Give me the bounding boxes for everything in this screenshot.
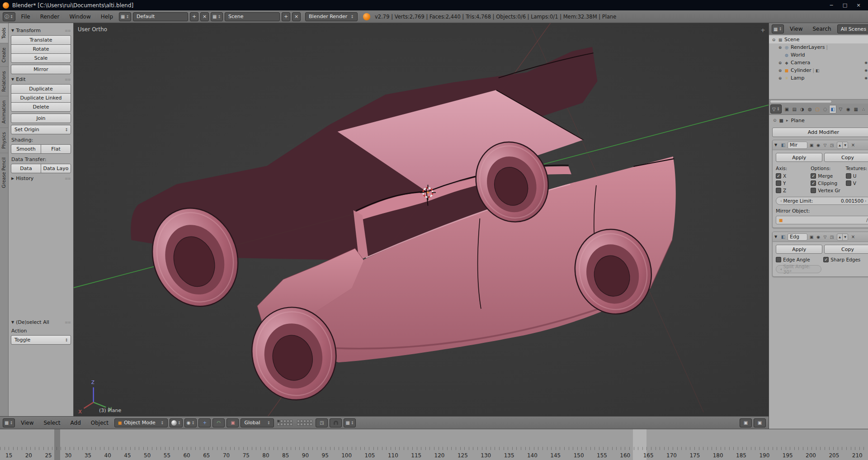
snap-element-select[interactable]: ▦ ↕ [344, 418, 356, 427]
layout-delete-button[interactable]: × [200, 12, 209, 21]
outliner-horizontal-scrollbar[interactable] [769, 99, 868, 104]
shelf-tab-grease-pencil[interactable]: Grease Pencil [0, 153, 8, 192]
menu-add[interactable]: Add [66, 420, 85, 426]
viewport-shading-select[interactable]: ↕ [170, 418, 183, 427]
move-modifier-down-button[interactable]: ▼ [842, 142, 848, 149]
visibility-eye-icon[interactable]: ◉ [864, 61, 868, 65]
apply-modifier-button[interactable]: Apply [776, 153, 822, 162]
region-expand-button[interactable]: + [760, 27, 765, 33]
tab-render[interactable]: ▣ [783, 105, 790, 114]
panel-transform-header[interactable]: ▼ Transform ≡≡ [11, 28, 71, 33]
layout-add-button[interactable]: + [190, 12, 198, 21]
menu-search[interactable]: Search [808, 26, 835, 32]
delete-button[interactable]: Delete [11, 102, 71, 112]
menu-window[interactable]: Window [65, 14, 94, 20]
viewport-visibility-toggle[interactable]: ◉ [816, 235, 821, 239]
edge-angle-checkbox[interactable] [776, 257, 781, 262]
maximize-button[interactable]: □ [838, 0, 852, 10]
pivot-point-select[interactable]: ◉ ↕ [184, 418, 197, 427]
outliner-row-world[interactable]: ◍ World [769, 51, 868, 59]
scene-add-button[interactable]: + [282, 12, 290, 21]
layer-grid-right[interactable] [297, 420, 312, 426]
copy-modifier-button[interactable]: Copy [824, 245, 868, 254]
modifier-name-field[interactable]: Mir [788, 142, 807, 149]
copy-modifier-button[interactable]: Copy [824, 153, 868, 162]
translate-button[interactable]: Translate [11, 35, 71, 45]
visibility-eye-icon[interactable]: ◉ [864, 68, 868, 72]
render-visibility-toggle[interactable]: ▣ [809, 143, 814, 147]
outliner-row-lamp[interactable]: ⊕ ☼ Lamp ◉ ▸ ▣ [769, 74, 868, 82]
panel-edit-header[interactable]: ▼ Edit ≡≡ [11, 76, 71, 82]
slider-left-arrow-icon[interactable]: ‹ [780, 199, 782, 203]
opengl-render-anim-button[interactable]: ▣ [754, 418, 766, 427]
panel-history-header[interactable]: ▶ History ≡≡ [11, 175, 71, 181]
lock-to-scene-toggle[interactable]: ◳ [316, 418, 328, 427]
mode-select[interactable]: ■ Object Mode ↕ [114, 418, 168, 427]
texture-v-checkbox[interactable] [846, 180, 851, 186]
set-origin-menu[interactable]: Set Origin ↕ [11, 125, 71, 134]
tab-scene[interactable]: ◑ [798, 105, 806, 114]
merge-limit-slider[interactable]: ‹ Merge Limit: 0.001500 › [776, 197, 868, 205]
scrollbar-thumb[interactable] [770, 100, 832, 103]
opengl-render-button[interactable]: ▣ [740, 418, 752, 427]
mirror-object-field[interactable]: ■ ∕ [776, 216, 868, 224]
delete-modifier-button[interactable]: × [850, 234, 856, 239]
tab-object[interactable]: ▢ [814, 105, 821, 114]
axis-x-checkbox[interactable]: ✓ [776, 173, 781, 179]
manipulator-translate-toggle[interactable]: + [198, 418, 211, 427]
render-visibility-toggle[interactable]: ▣ [809, 235, 814, 239]
shelf-tab-physics[interactable]: Physics [0, 128, 8, 153]
expand-toggle-icon[interactable]: ⊕ [778, 76, 783, 81]
slider-right-arrow-icon[interactable]: › [865, 199, 867, 203]
tab-material[interactable]: ◉ [844, 105, 852, 114]
outliner-scope-select[interactable]: All Scenes ↕ [837, 24, 868, 33]
add-modifier-button[interactable]: Add Modifier ↕ [772, 128, 868, 137]
modifier-edgesplit-header[interactable]: ▼ ◧ Edg ▣ ◉ ▽ ◳ ▲ ▼ × [773, 232, 868, 242]
duplicate-linked-button[interactable]: Duplicate Linked [11, 93, 71, 103]
shelf-tab-animation[interactable]: Animation [0, 96, 8, 128]
expand-toggle-icon[interactable]: ⊖ [771, 38, 776, 42]
split-angle-slider[interactable]: ‹ Split Angle: 30° [776, 265, 821, 273]
timeline-editor[interactable]: 15 20 25 30 35 40 45 50 55 60 65 70 [0, 429, 868, 460]
shade-smooth-button[interactable]: Smooth [11, 144, 41, 154]
shelf-tab-create[interactable]: Create [0, 43, 8, 66]
apply-modifier-button[interactable]: Apply [776, 245, 822, 254]
duplicate-button[interactable]: Duplicate [11, 84, 71, 94]
modifier-name-field[interactable]: Edg [788, 233, 807, 241]
tab-world[interactable]: ◍ [806, 105, 813, 114]
outliner-row-cylinder[interactable]: ⊕ ■ Cylinder | ◧ ◉ ▸ ▣ [769, 66, 868, 74]
shade-flat-button[interactable]: Flat [41, 144, 71, 154]
outliner-row-camera[interactable]: ⊕ ◆ Camera ◉ ▸ ▣ [769, 59, 868, 66]
outliner-row-scene[interactable]: ⊖ ▦ Scene [769, 36, 868, 43]
shelf-tab-relations[interactable]: Relations [0, 66, 8, 96]
delete-modifier-button[interactable]: × [850, 142, 856, 147]
layout-name-field[interactable]: Default [133, 12, 188, 21]
cage-toggle[interactable]: ◳ [829, 235, 835, 239]
outliner-row-renderlayers[interactable]: ⊕ ◎ RenderLayers | ▤ [769, 43, 868, 51]
menu-help[interactable]: Help [97, 14, 117, 20]
panel-deselect-header[interactable]: ▼ (De)select All ≡≡ [11, 319, 71, 325]
shelf-tab-tools[interactable]: Tools [0, 23, 8, 43]
scale-button[interactable]: Scale [11, 53, 71, 63]
editor-type-button[interactable]: ▽ ↕ [770, 104, 782, 114]
tab-data[interactable]: ▽ [837, 105, 844, 114]
cage-toggle[interactable]: ◳ [829, 143, 835, 147]
menu-view[interactable]: View [786, 26, 807, 32]
scene-delete-button[interactable]: × [292, 12, 301, 21]
tab-render-layers[interactable]: ▤ [791, 105, 798, 114]
move-modifier-down-button[interactable]: ▼ [842, 233, 848, 241]
edit-mode-toggle[interactable]: ▽ [822, 235, 828, 239]
scene-name-field[interactable]: Scene [225, 12, 280, 21]
close-button[interactable]: × [852, 0, 865, 10]
render-engine-select[interactable]: Blender Render ↕ [305, 12, 358, 21]
tab-particles[interactable]: ∴ [860, 105, 867, 114]
axis-y-checkbox[interactable] [776, 180, 781, 186]
scene-browse-button[interactable]: ▦ ↕ [211, 12, 223, 21]
collapse-triangle-icon[interactable]: ▼ [774, 143, 779, 147]
tab-modifiers[interactable]: ◧ [829, 105, 836, 114]
editor-type-button[interactable]: ⓘ ↕ [3, 12, 15, 21]
tab-texture[interactable]: ▦ [852, 105, 859, 114]
menu-file[interactable]: File [17, 14, 34, 20]
edit-mode-toggle[interactable]: ▽ [822, 143, 828, 147]
menu-object[interactable]: Object [87, 420, 113, 426]
